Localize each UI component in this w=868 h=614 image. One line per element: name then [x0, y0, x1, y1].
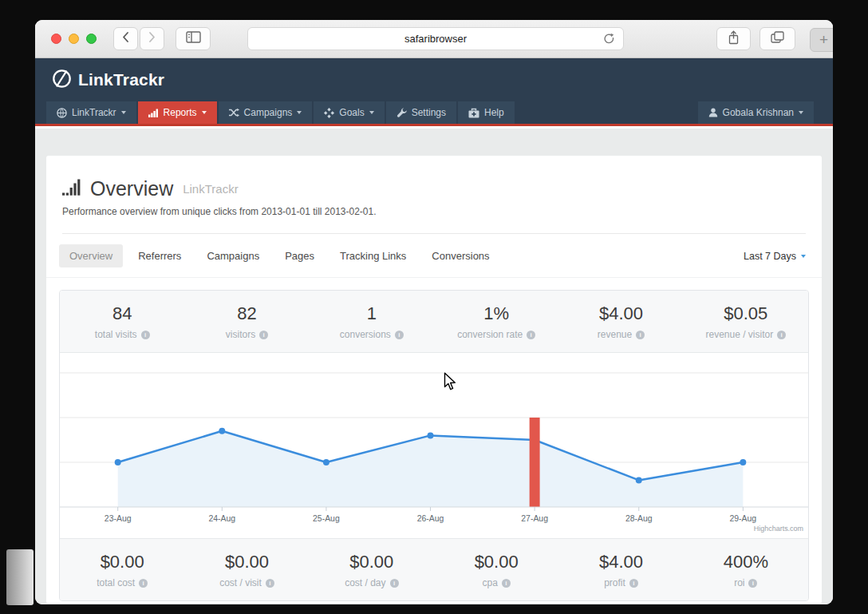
stat-value: $0.00	[184, 552, 309, 572]
stat-total-cost: $0.00total cost	[60, 552, 184, 588]
stats-row-bottom: $0.00total cost$0.00cost / visit$0.00cos…	[60, 538, 808, 600]
zoom-window-button[interactable]	[86, 34, 97, 44]
x-axis-label: 26-Aug	[417, 514, 444, 523]
data-point[interactable]	[636, 477, 642, 483]
content-card: Overview LinkTrackr Performance overview…	[46, 156, 822, 604]
conversion-column[interactable]	[530, 418, 540, 507]
nav-item-help[interactable]: Help	[458, 101, 515, 124]
goals-icon	[324, 108, 334, 118]
sidebar-toggle-button[interactable]	[176, 27, 211, 50]
nav-item-label: Reports	[164, 107, 197, 118]
stat-total-visits: 84total visits	[60, 303, 184, 340]
stat-label: revenue / visitor	[705, 329, 773, 340]
stat-label: conversion rate	[457, 329, 523, 340]
stat-label: roi	[734, 577, 744, 588]
stat-profit: $4.00profit	[558, 552, 683, 588]
date-range-dropdown[interactable]: Last 7 Days	[744, 251, 806, 262]
stat-value: 400%	[684, 552, 808, 572]
tab-conversions[interactable]: Conversions	[421, 244, 499, 267]
stat-value: $4.00	[558, 552, 683, 572]
info-icon[interactable]	[259, 331, 268, 339]
stat-label: profit	[604, 577, 625, 588]
page-title-suffix: LinkTrackr	[183, 182, 238, 196]
stat-label: cpa	[482, 577, 497, 588]
globe-icon	[57, 108, 67, 118]
stat-revenue: $4.00revenue	[558, 303, 683, 340]
medkit-icon	[468, 108, 479, 118]
data-point[interactable]	[323, 459, 329, 465]
chevron-down-icon	[297, 111, 302, 114]
forward-button[interactable]	[140, 27, 164, 50]
app-header: LinkTrackr	[35, 58, 833, 101]
info-icon[interactable]	[390, 579, 399, 588]
x-axis-label: 25-Aug	[313, 514, 340, 523]
stat-value: 84	[60, 303, 184, 324]
show-all-tabs-button[interactable]	[760, 27, 795, 50]
chevron-left-icon	[121, 31, 130, 46]
tabs-row: OverviewReferrersCampaignsPagesTracking …	[46, 234, 822, 267]
tabs-overview-icon	[771, 31, 784, 46]
tab-tracking-links[interactable]: Tracking Links	[329, 244, 416, 267]
info-icon[interactable]	[629, 579, 638, 588]
info-icon[interactable]	[748, 579, 757, 588]
info-icon[interactable]	[502, 579, 511, 588]
stat-label: total visits	[95, 329, 137, 340]
back-button[interactable]	[113, 27, 138, 50]
minimize-window-button[interactable]	[69, 34, 79, 44]
tab-campaigns[interactable]: Campaigns	[196, 244, 270, 267]
wrench-icon	[397, 108, 407, 118]
reload-icon[interactable]	[602, 33, 616, 50]
info-icon[interactable]	[141, 331, 150, 339]
stat-value: 1%	[434, 303, 558, 324]
brand-name: LinkTrackr	[78, 70, 164, 89]
data-point[interactable]	[740, 459, 746, 465]
linktrackr-logo-icon	[51, 68, 73, 93]
stat-label: total cost	[97, 577, 135, 588]
close-window-button[interactable]	[51, 34, 61, 44]
nav-item-reports[interactable]: Reports	[138, 101, 217, 124]
stat-value: 1	[310, 303, 434, 324]
chevron-down-icon	[369, 111, 374, 114]
info-icon[interactable]	[266, 579, 274, 588]
nav-item-goals[interactable]: Goals	[314, 101, 384, 124]
nav-item-label: Campaigns	[244, 107, 293, 118]
page-background: Overview LinkTrackr Performance overview…	[35, 129, 833, 604]
nav-item-label: Settings	[412, 107, 446, 118]
tab-overview[interactable]: Overview	[59, 244, 123, 267]
stat-label: cost / day	[345, 577, 385, 588]
info-icon[interactable]	[527, 331, 535, 339]
visits-chart[interactable]: 23-Aug24-Aug25-Aug26-Aug27-Aug28-Aug29-A…	[60, 353, 808, 538]
share-button[interactable]	[716, 27, 751, 50]
data-point[interactable]	[219, 428, 225, 434]
data-point[interactable]	[428, 432, 434, 438]
nav-item-campaigns[interactable]: Campaigns	[219, 101, 313, 124]
nav-item-settings[interactable]: Settings	[386, 101, 456, 124]
stat-conversions: 1conversions	[310, 303, 434, 340]
stats-row-top: 84total visits82visitors1conversions1%co…	[60, 291, 808, 353]
info-icon[interactable]	[777, 331, 786, 339]
nav-item-label: Help	[484, 107, 504, 118]
stats-chart-panel: 84total visits82visitors1conversions1%co…	[59, 290, 809, 601]
info-icon[interactable]	[139, 579, 148, 588]
stat-value: $0.00	[310, 552, 434, 572]
tab-referrers[interactable]: Referrers	[128, 244, 191, 267]
nav-item-gobala-krishnan[interactable]: Gobala Krishnan	[698, 101, 814, 124]
bar-chart-icon	[148, 109, 159, 117]
highcharts-credit[interactable]: Highcharts.com	[754, 525, 803, 533]
address-bar[interactable]: safaribrowser	[247, 27, 624, 50]
stat-label: visitors	[226, 329, 255, 340]
tab-pages[interactable]: Pages	[274, 244, 325, 267]
nav-item-linktrackr[interactable]: LinkTrackr	[46, 101, 136, 124]
page-title: Overview	[90, 177, 173, 200]
x-axis-label: 27-Aug	[521, 514, 548, 523]
shuffle-icon	[229, 108, 239, 117]
x-axis-label: 29-Aug	[730, 514, 757, 523]
sidebar-icon	[186, 31, 201, 46]
data-point[interactable]	[115, 459, 121, 465]
share-icon	[728, 30, 740, 48]
info-icon[interactable]	[636, 331, 645, 339]
chevron-down-icon	[801, 255, 806, 258]
background-window-edge	[6, 549, 34, 605]
new-tab-button[interactable]: +	[810, 28, 833, 52]
info-icon[interactable]	[395, 331, 404, 339]
